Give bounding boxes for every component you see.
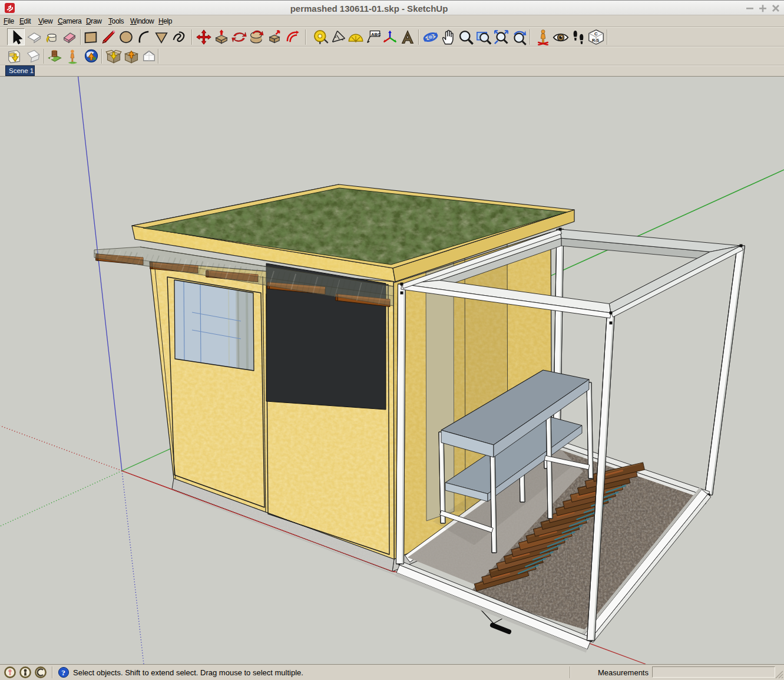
- svg-text:R-S: R-S: [592, 38, 599, 42]
- svg-text:ABC: ABC: [371, 32, 381, 37]
- svg-text:?: ?: [61, 668, 65, 677]
- svg-text:C: C: [594, 31, 598, 37]
